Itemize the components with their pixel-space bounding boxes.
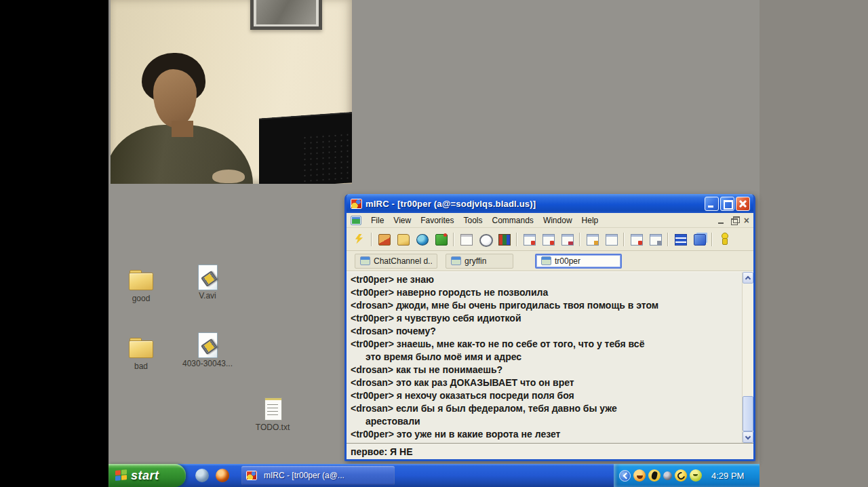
menu-view[interactable]: View	[389, 214, 416, 227]
toolbar-separator	[371, 233, 372, 246]
menu-window[interactable]: Window	[538, 214, 577, 227]
scrollbar-thumb[interactable]	[743, 396, 753, 431]
desktop-icon-bad[interactable]: bad	[119, 335, 163, 371]
options-icon[interactable]	[375, 231, 393, 248]
chat-window-icon[interactable]	[558, 231, 576, 248]
start-label: start	[131, 469, 159, 483]
channels-list-icon[interactable]	[413, 231, 431, 248]
start-button[interactable]: start	[108, 464, 186, 487]
mdi-child-icon[interactable]	[351, 216, 361, 225]
tab-tr00per[interactable]: tr00per	[535, 254, 622, 269]
mirc-logo-icon	[351, 199, 362, 209]
menu-file[interactable]: File	[366, 214, 389, 227]
scroll-up-icon[interactable]	[743, 272, 753, 284]
desktop-icon-4030-30043[interactable]: 4030-30043...	[178, 332, 237, 368]
chat-line: <drosan> это как раз ДОКАЗЫВАЕТ что он в…	[351, 376, 739, 389]
chat-line: это время было моё имя и адрес	[351, 351, 739, 364]
chat-line: <tr00per> я нехочу оказаться посреди пол…	[351, 389, 739, 402]
tab-chatchannel-d[interactable]: ChatChannel d...	[355, 254, 437, 269]
tab-gryffin[interactable]: gryffin	[446, 254, 513, 269]
chat-line: <tr00per> знаешь, мне как-то не по себе …	[351, 338, 739, 351]
mirc-logo-icon	[246, 471, 257, 480]
chat-area[interactable]: <tr00per> не знаю<tr00per> наверно город…	[347, 272, 742, 443]
desktop-icon-v-avi[interactable]: V.avi	[186, 265, 229, 300]
toolbar-separator	[579, 233, 580, 246]
video-file-icon	[194, 332, 221, 357]
chat-line: <tr00per> наверно городсть не позволила	[351, 286, 739, 299]
vertical-scrollbar[interactable]	[742, 272, 753, 443]
address-book-icon[interactable]	[495, 231, 513, 248]
chat-line: <drosan> почему?	[351, 325, 739, 338]
mdi-close-icon[interactable]: ×	[744, 216, 749, 225]
menu-commands[interactable]: Commands	[488, 214, 538, 227]
desktop-icon-label: bad	[119, 362, 163, 371]
message-input-text: первое: Я НЕ	[351, 446, 413, 457]
taskbar-button-mirc[interactable]: mIRC - [tr00per (a@...	[241, 466, 395, 485]
desktop-icon-label: 4030-30043...	[178, 359, 237, 368]
chat-line: <drosan> как ты не понимаешь?	[351, 364, 739, 376]
channel-window-icon[interactable]	[520, 231, 538, 248]
switchbar: ChatChannel d...gryffintr00per	[347, 251, 753, 271]
away-icon[interactable]	[715, 231, 733, 248]
framed-picture	[250, 0, 322, 30]
toolbar-separator	[623, 233, 624, 246]
text-file-icon	[259, 396, 286, 421]
gray-orb-icon[interactable]	[663, 471, 672, 480]
toolbar-separator	[711, 233, 712, 246]
monitor-grille	[302, 132, 349, 182]
close-button[interactable]	[736, 197, 750, 211]
desktop-icon-label: TODO.txt	[251, 423, 294, 432]
cascade-icon[interactable]	[690, 231, 708, 248]
person-hand	[212, 170, 245, 183]
folder-icon	[127, 267, 155, 292]
menu-favorites[interactable]: Favorites	[416, 214, 458, 227]
desktop-icon-todo-txt[interactable]: TODO.txt	[251, 396, 294, 432]
scripts-editor-icon[interactable]	[432, 231, 450, 248]
picture-photo	[256, 0, 316, 24]
laughing-emoji-icon[interactable]	[633, 469, 646, 482]
timer-icon[interactable]	[476, 231, 494, 248]
mdi-minimize-icon[interactable]	[717, 216, 726, 225]
monitor	[259, 112, 352, 184]
mdi-controls: ×	[717, 216, 749, 225]
message-input[interactable]: первое: Я НЕ	[347, 443, 753, 459]
send-window-icon[interactable]	[583, 231, 601, 248]
tray-collapse-chevron-icon[interactable]	[619, 470, 631, 482]
toolbar	[347, 228, 753, 251]
toolbar-separator	[667, 233, 668, 246]
chat-line: <drosan> если бы я был федералом, тебя д…	[351, 402, 739, 415]
query-window-icon[interactable]	[539, 231, 557, 248]
green-smiley-icon[interactable]	[690, 469, 702, 482]
firefox-icon[interactable]	[216, 469, 229, 482]
chat-wrap: <tr00per> не знаю<tr00per> наверно город…	[347, 271, 753, 443]
switchbar-icon[interactable]	[671, 231, 689, 248]
minimize-button[interactable]	[705, 197, 719, 211]
desktop-icon-good[interactable]: good	[119, 267, 163, 303]
mdi-restore-icon[interactable]	[730, 216, 740, 225]
aim-icon[interactable]	[648, 469, 660, 482]
menu-tools[interactable]: Tools	[459, 214, 488, 227]
scrollbar-track[interactable]	[743, 284, 753, 431]
mirc-window: mIRC - [tr00per (a@=sodjvlqs.bladl.us)] …	[344, 194, 755, 461]
chat-line: <tr00per> это уже ни в какие ворота не л…	[351, 428, 739, 441]
connect-icon[interactable]	[350, 231, 368, 248]
messenger-icon[interactable]	[195, 469, 209, 482]
system-tray: 4:29 PM	[614, 464, 760, 487]
desktop-icon-label: V.avi	[186, 292, 229, 300]
get-window-icon[interactable]	[602, 231, 620, 248]
urls-window-icon[interactable]	[646, 231, 664, 248]
person-face	[153, 69, 197, 128]
toolbar-separator	[453, 233, 454, 246]
title-bar[interactable]: mIRC - [tr00per (a@=sodjvlqs.bladl.us)]	[347, 194, 753, 213]
menu-bar: FileViewFavoritesToolsCommandsWindowHelp…	[347, 213, 753, 228]
yellow-messenger-icon[interactable]	[675, 469, 687, 482]
notify-window-icon[interactable]	[627, 231, 645, 248]
maximize-button[interactable]	[720, 197, 734, 211]
scroll-down-icon[interactable]	[743, 431, 753, 443]
menu-help[interactable]: Help	[577, 214, 604, 227]
notepad-icon[interactable]	[457, 231, 475, 248]
person-neck	[172, 121, 193, 137]
favorites-icon[interactable]	[394, 231, 412, 248]
window-title: mIRC - [tr00per (a@=sodjvlqs.bladl.us)]	[366, 199, 703, 209]
clock: 4:29 PM	[711, 471, 744, 481]
